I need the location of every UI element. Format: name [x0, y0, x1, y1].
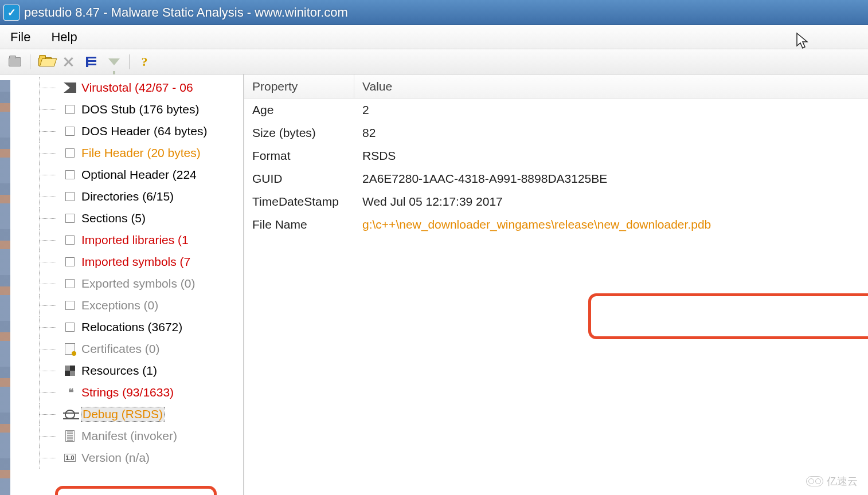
tree-item-label: Directories (6/15) [81, 190, 174, 203]
detail-property: Format [244, 149, 354, 163]
tree-pane: Virustotal (42/67 - 06DOS Stub (176 byte… [10, 74, 244, 495]
toolbar-filter-button[interactable] [104, 53, 124, 71]
manifest-icon [65, 430, 75, 442]
checkbox-icon [65, 148, 75, 158]
toolbar-folder-gray-button[interactable] [5, 53, 25, 71]
tree-item-label: Virustotal (42/67 - 06 [81, 81, 193, 95]
detail-value: g:\c++\new_downloader_wingames\release\n… [354, 218, 868, 231]
tree-item-icon [63, 125, 77, 137]
resources-icon [65, 366, 75, 376]
toolbar-separator [30, 54, 30, 69]
tree-item[interactable]: Manifest (invoker) [16, 425, 243, 447]
annotation-box-filename [588, 293, 868, 339]
tree-item-label: File Header (20 bytes) [81, 146, 201, 160]
toolbar-help-button[interactable]: ? [134, 53, 155, 71]
tree-item-icon [63, 82, 77, 93]
header-property[interactable]: Property [244, 74, 354, 98]
detail-row[interactable]: Size (bytes)82 [244, 121, 868, 144]
tree-item[interactable]: File Header (20 bytes) [16, 142, 243, 164]
tree-item-label: DOS Stub (176 bytes) [81, 103, 199, 116]
tree-item-label: Exported symbols (0) [81, 277, 195, 290]
tree-item[interactable]: Directories (6/15) [16, 186, 243, 207]
tree-item[interactable]: Resources (1) [16, 360, 243, 382]
tree-item-label: Version (n/a) [81, 451, 150, 465]
virustotal-icon [64, 82, 76, 93]
tree-item-icon [63, 365, 77, 376]
tree-item-icon [63, 147, 77, 159]
detail-row[interactable]: Age2 [244, 99, 868, 121]
strings-icon: ❝ [68, 386, 72, 399]
detail-value: 82 [354, 126, 868, 140]
checkbox-icon [65, 235, 75, 245]
tree-item[interactable]: Exceptions (0) [16, 294, 243, 316]
toolbar-list-button[interactable] [81, 53, 101, 71]
tree-item-icon: 1.0 [63, 452, 77, 463]
tree-item[interactable]: Certificates (0) [16, 338, 243, 360]
detail-property: Size (bytes) [244, 126, 354, 140]
filter-icon [108, 58, 120, 65]
tree-item-icon [63, 169, 77, 180]
detail-row[interactable]: GUID2A6E7280-1AAC-4318-A991-8898DA3125BE [244, 167, 868, 190]
tree-item[interactable]: Imported symbols (7 [16, 251, 243, 273]
tree-item-label: Relocations (3672) [81, 320, 182, 334]
detail-property: File Name [244, 218, 354, 231]
tree-item-label: Manifest (invoker) [81, 429, 177, 443]
tree-item-label: Imported symbols (7 [81, 255, 190, 269]
detail-row[interactable]: File Nameg:\c++\new_downloader_wingames\… [244, 213, 868, 236]
checkbox-icon [65, 323, 75, 332]
watermark: 亿速云 [806, 474, 858, 488]
detail-value: Wed Jul 05 12:17:39 2017 [354, 195, 868, 209]
tree-item-label: Resources (1) [81, 364, 157, 378]
tree-item[interactable]: Relocations (3672) [16, 316, 243, 338]
detail-value: RSDS [354, 149, 868, 163]
toolbar-open-button[interactable] [35, 53, 56, 71]
close-icon [62, 56, 74, 68]
tree-item[interactable]: Virustotal (42/67 - 06 [16, 77, 243, 99]
watermark-text: 亿速云 [827, 474, 858, 488]
checkbox-icon [65, 301, 75, 310]
checkbox-icon [65, 127, 75, 136]
detail-pane: Property Value Age2Size (bytes)82FormatR… [244, 74, 868, 495]
tree-item-icon [63, 213, 77, 224]
folder-open-icon [38, 57, 52, 66]
version-icon: 1.0 [64, 454, 75, 462]
tree-item-icon: ❝ [63, 387, 77, 398]
tree-item-label: Strings (93/1633) [81, 386, 174, 399]
toolbar: ? [0, 49, 868, 74]
titlebar[interactable]: ✓ pestudio 8.47 - Malware Static Analysi… [0, 0, 868, 25]
bug-icon [65, 410, 75, 419]
tree-item-icon [63, 278, 77, 289]
help-icon: ? [142, 54, 148, 69]
tree-item-icon [63, 191, 77, 202]
left-edge-decoration [0, 80, 10, 495]
tree-item[interactable]: Debug (RSDS) [16, 403, 243, 425]
checkbox-icon [65, 105, 75, 114]
toolbar-close-button[interactable] [58, 53, 79, 71]
checkbox-icon [65, 257, 75, 266]
detail-row[interactable]: FormatRSDS [244, 144, 868, 167]
folder-gray-icon [9, 57, 21, 66]
tree-item-icon [63, 234, 77, 246]
tree-item[interactable]: DOS Stub (176 bytes) [16, 99, 243, 120]
tree-item-label: DOS Header (64 bytes) [81, 124, 207, 138]
detail-property: Age [244, 103, 354, 117]
toolbar-separator [129, 54, 130, 69]
tree-item[interactable]: Exported symbols (0) [16, 273, 243, 294]
menu-help[interactable]: Help [48, 28, 80, 47]
tree-item[interactable]: 1.0Version (n/a) [16, 447, 243, 469]
menubar: File Help [0, 25, 868, 49]
tree-item-label: Imported libraries (1 [81, 233, 189, 247]
tree-item-icon [63, 104, 77, 115]
tree-item[interactable]: ❝Strings (93/1633) [16, 382, 243, 403]
app-icon: ✓ [3, 5, 19, 21]
detail-row[interactable]: TimeDateStampWed Jul 05 12:17:39 2017 [244, 190, 868, 213]
window-title: pestudio 8.47 - Malware Static Analysis … [24, 5, 348, 20]
tree-item[interactable]: Optional Header (224 [16, 164, 243, 186]
tree-item[interactable]: Sections (5) [16, 207, 243, 229]
tree-scroll[interactable]: Virustotal (42/67 - 06DOS Stub (176 byte… [10, 74, 243, 495]
tree-item[interactable]: Imported libraries (1 [16, 229, 243, 251]
menu-file[interactable]: File [7, 28, 34, 47]
header-value[interactable]: Value [354, 74, 868, 98]
tree-item-icon [63, 256, 77, 268]
tree-item[interactable]: DOS Header (64 bytes) [16, 120, 243, 142]
